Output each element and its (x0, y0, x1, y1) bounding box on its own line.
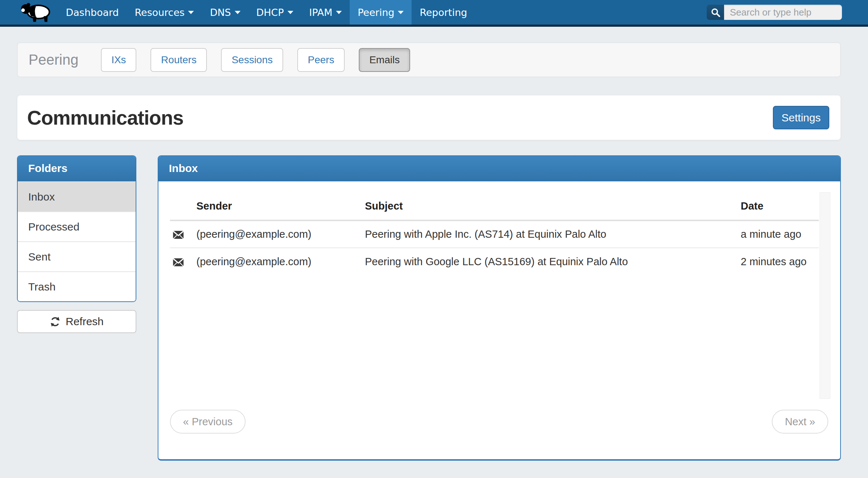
previous-page-button[interactable]: « Previous (170, 410, 246, 434)
panda-logo (18, 2, 55, 23)
search-icon (711, 8, 720, 17)
settings-button[interactable]: Settings (773, 106, 829, 129)
chevron-down-icon (398, 11, 404, 14)
nav-item-dashboard[interactable]: Dashboard (58, 0, 127, 25)
sender-cell: (peering@example.com) (193, 220, 362, 248)
folder-item-trash[interactable]: Trash (18, 271, 136, 301)
nav-label: Dashboard (66, 7, 119, 18)
chevron-down-icon (336, 11, 342, 14)
subject-column-header: Subject (362, 192, 738, 220)
sender-cell: (peering@example.com) (193, 248, 362, 275)
refresh-label: Refresh (65, 315, 103, 328)
nav-label: Reporting (420, 7, 467, 18)
nav-item-dhcp[interactable]: DHCP (248, 0, 301, 25)
next-page-button[interactable]: Next » (772, 410, 828, 434)
inbox-panel: Inbox Sender Subject Date (158, 155, 841, 461)
icon-column-header (170, 192, 193, 220)
table-row[interactable]: (peering@example.com) Peering with Apple… (170, 220, 819, 248)
search-input[interactable] (724, 5, 842, 20)
peering-toolbar: Peering IXs Routers Sessions Peers Email… (17, 42, 841, 77)
sender-column-header: Sender (193, 192, 362, 220)
folders-panel-title: Folders (18, 156, 136, 181)
search-button[interactable] (707, 5, 724, 20)
chevron-down-icon (288, 11, 293, 14)
inbox-panel-title: Inbox (158, 156, 840, 181)
folder-item-sent[interactable]: Sent (18, 241, 136, 271)
table-scrollbar[interactable] (820, 192, 830, 399)
nav-label: DNS (210, 7, 231, 18)
nav-item-peering[interactable]: Peering (350, 0, 412, 25)
toolbar-title: Peering (29, 52, 78, 68)
mail-table: Sender Subject Date (peering@e (170, 192, 819, 275)
nav-label: DHCP (256, 7, 284, 18)
nav-label: IPAM (309, 7, 332, 18)
folders-panel: Folders Inbox Processed Sent Trash (17, 155, 136, 302)
date-cell: a minute ago (738, 220, 819, 248)
inbox-body: Sender Subject Date (peering@e (158, 181, 840, 459)
envelope-icon (173, 231, 184, 239)
refresh-button[interactable]: Refresh (17, 310, 136, 333)
folder-item-processed[interactable]: Processed (18, 211, 136, 241)
page-title: Communications (27, 106, 183, 129)
chevron-down-icon (188, 11, 194, 14)
refresh-icon (50, 316, 61, 327)
nav-item-reporting[interactable]: Reporting (412, 0, 475, 25)
emails-button[interactable]: Emails (359, 48, 410, 72)
nav-item-ipam[interactable]: IPAM (301, 0, 350, 25)
peers-button[interactable]: Peers (297, 48, 345, 72)
mail-table-header-row: Sender Subject Date (170, 192, 819, 220)
chevron-down-icon (235, 11, 241, 14)
nav-label: Resources (135, 7, 184, 18)
communications-panel: Communications Settings (17, 95, 841, 140)
routers-button[interactable]: Routers (150, 48, 207, 72)
ixs-button[interactable]: IXs (101, 48, 136, 72)
table-row[interactable]: (peering@example.com) Peering with Googl… (170, 248, 819, 275)
date-cell: 2 minutes ago (738, 248, 819, 275)
folder-item-inbox[interactable]: Inbox (18, 181, 136, 211)
nav-items: Dashboard Resources DNS DHCP IPAM Peerin… (58, 0, 475, 25)
envelope-icon (173, 258, 184, 267)
mail-icon-cell (170, 248, 193, 275)
date-column-header: Date (738, 192, 819, 220)
nav-item-resources[interactable]: Resources (127, 0, 202, 25)
subject-cell: Peering with Apple Inc. (AS714) at Equin… (362, 220, 738, 248)
subject-cell: Peering with Google LLC (AS15169) at Equ… (362, 248, 738, 275)
sessions-button[interactable]: Sessions (221, 48, 283, 72)
nav-item-dns[interactable]: DNS (202, 0, 248, 25)
search-bar (707, 5, 842, 20)
top-navbar: Dashboard Resources DNS DHCP IPAM Peerin… (0, 0, 868, 27)
mail-icon-cell (170, 220, 193, 248)
nav-label: Peering (358, 7, 394, 18)
